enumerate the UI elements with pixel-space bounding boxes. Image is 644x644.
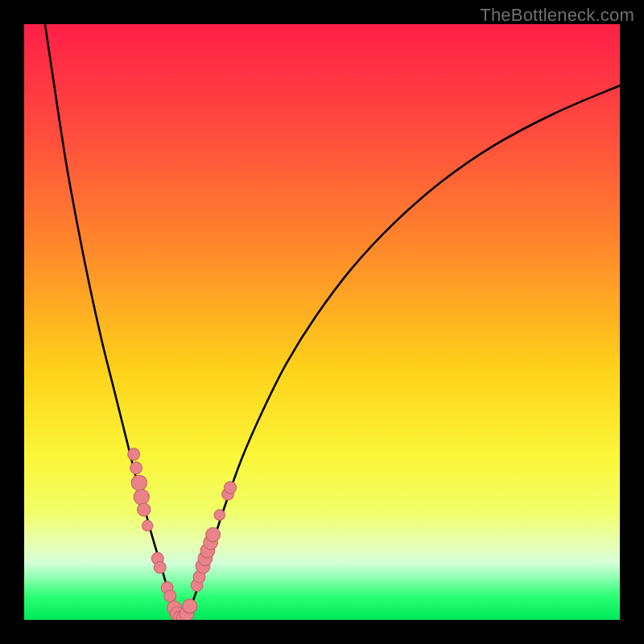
marker-dot xyxy=(138,503,151,516)
marker-dot xyxy=(142,520,153,530)
chart-svg xyxy=(24,24,620,620)
marker-dot xyxy=(134,489,149,505)
marker-dot xyxy=(164,590,176,602)
markers-group xyxy=(128,448,237,620)
marker-dot xyxy=(214,510,225,520)
chart-frame: TheBottleneck.com xyxy=(0,0,644,644)
watermark-text: TheBottleneck.com xyxy=(480,5,634,26)
marker-dot xyxy=(128,448,140,460)
marker-dot xyxy=(130,462,142,474)
marker-dot xyxy=(154,561,166,573)
bottleneck-curve xyxy=(45,24,620,619)
marker-dot xyxy=(183,599,197,613)
marker-dot xyxy=(131,475,147,490)
marker-dot xyxy=(225,481,237,493)
marker-dot xyxy=(206,527,221,542)
plot-area xyxy=(24,24,620,620)
